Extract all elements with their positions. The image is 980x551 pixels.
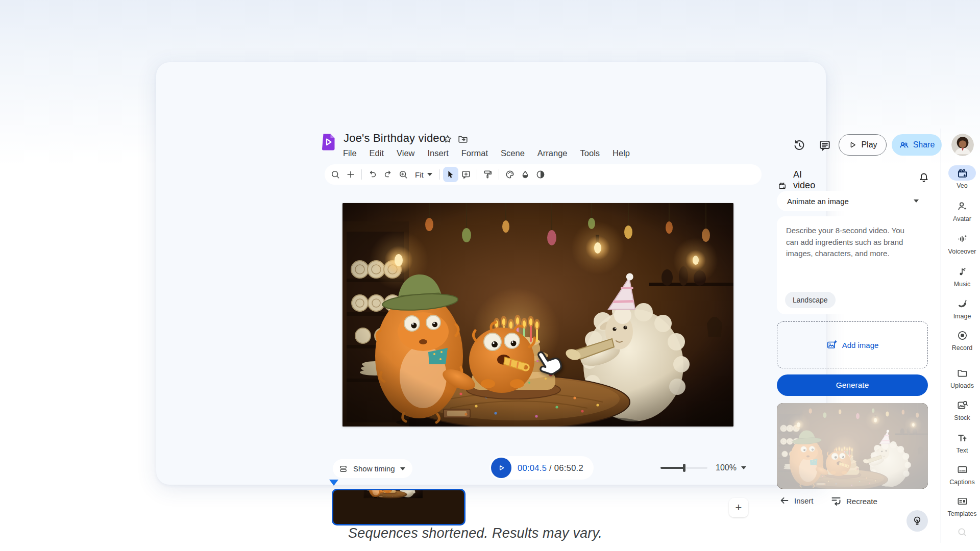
sidebar-item-stock[interactable]: Stock	[941, 397, 980, 421]
menu-arrange[interactable]: Arrange	[537, 148, 568, 158]
zoom-level-dropdown[interactable]: 100%	[716, 463, 746, 472]
palette-icon	[505, 169, 515, 180]
share-label: Share	[913, 140, 935, 149]
show-timing-label: Show timing	[353, 464, 395, 473]
add-image-button[interactable]: Add image	[777, 321, 928, 368]
fit-zoom-dropdown[interactable]: Fit	[411, 167, 436, 182]
total-time: 06:50.2	[554, 463, 583, 472]
chevron-down-icon	[741, 466, 746, 469]
toolbar-fill-color-button[interactable]	[518, 167, 533, 182]
menu-help[interactable]: Help	[612, 148, 630, 158]
sidebar-label: Templates	[941, 510, 980, 517]
toolbar-undo-button[interactable]	[365, 167, 380, 182]
star-icon	[442, 134, 453, 145]
toolbar-theme-colors-button[interactable]	[502, 167, 518, 182]
undo-icon	[368, 169, 378, 180]
app-window: Joe's Birthday video File Edit View Inse…	[156, 62, 826, 485]
sidebar-item-voiceover[interactable]: Voiceover	[941, 231, 980, 255]
playback-pill: 00:04.5 / 06:50.2	[489, 456, 594, 480]
bell-icon	[918, 171, 930, 184]
add-scene-button[interactable]: +	[729, 498, 748, 517]
video-canvas[interactable]	[342, 203, 733, 427]
notifications-button[interactable]	[918, 171, 930, 184]
sidebar-item-music[interactable]: Music	[941, 264, 980, 288]
toolbar-redo-button[interactable]	[380, 167, 396, 182]
text-icon	[957, 432, 968, 444]
toolbar-separator	[361, 169, 362, 180]
contrast-circle-icon	[535, 169, 546, 180]
play-icon	[497, 464, 505, 472]
move-folder-icon	[457, 134, 469, 145]
add-comment-icon	[461, 169, 471, 180]
document-title[interactable]: Joe's Birthday video	[344, 132, 446, 145]
sidebar-label: Stock	[941, 414, 980, 421]
current-time: 00:04.5	[518, 463, 547, 472]
slider-handle[interactable]	[683, 464, 685, 472]
show-timing-dropdown[interactable]: Show timing	[333, 459, 412, 478]
timeline-play-button[interactable]	[491, 458, 511, 478]
chevron-down-icon	[427, 173, 432, 176]
menu-view[interactable]: View	[397, 148, 414, 158]
history-icon	[793, 139, 806, 152]
sidebar-item-templates[interactable]: Templates	[941, 493, 980, 517]
menu-scene[interactable]: Scene	[501, 148, 525, 158]
sidebar-item-image[interactable]: Image	[941, 296, 980, 320]
sidebar-label: Voiceover	[941, 248, 980, 255]
toolbar-add-comment-button[interactable]	[458, 167, 474, 182]
move-to-folder-button[interactable]	[457, 134, 469, 145]
sidebar-label: Music	[941, 281, 980, 288]
menu-tools[interactable]: Tools	[580, 148, 600, 158]
cursor-icon	[446, 169, 456, 180]
banana-sparkle-icon	[957, 298, 968, 310]
sidebar-item-avatar[interactable]: Avatar	[941, 198, 980, 222]
more-tool-icon	[957, 527, 968, 538]
toolbar-add-button[interactable]	[343, 167, 358, 182]
sidebar-item-text[interactable]: Text	[941, 430, 980, 454]
prompt-field-container: Landscape	[777, 216, 928, 314]
comment-icon	[818, 139, 831, 152]
menu-format[interactable]: Format	[461, 148, 488, 158]
toolbar-paint-format-button[interactable]	[480, 167, 496, 182]
menu-insert[interactable]: Insert	[428, 148, 449, 158]
play-label: Play	[861, 140, 877, 149]
sidebar-item-uploads[interactable]: Uploads	[941, 365, 980, 389]
toolbar-select-tool[interactable]	[443, 167, 458, 182]
voiceover-icon	[957, 233, 968, 245]
vids-logo[interactable]	[322, 134, 335, 151]
add-image-icon	[826, 339, 838, 350]
toolbar-zoom-button[interactable]	[396, 167, 411, 182]
aspect-ratio-chip[interactable]: Landscape	[785, 292, 836, 308]
timecode-display: 00:04.5 / 06:50.2	[518, 463, 583, 473]
play-button[interactable]: Play	[839, 134, 887, 156]
lightbulb-icon	[912, 515, 923, 527]
sidebar-label: Veo	[941, 182, 980, 189]
demo-caption: Sequences shortened. Results may vary.	[0, 525, 950, 541]
search-icon	[330, 169, 340, 180]
captions-icon	[957, 464, 968, 475]
insert-button[interactable]: Insert	[779, 495, 814, 506]
sidebar-label: Captions	[941, 479, 980, 486]
toolbar-separator	[477, 169, 477, 180]
clip-thumbnail-art	[333, 490, 464, 524]
version-history-button[interactable]	[793, 139, 806, 152]
comments-button[interactable]	[818, 139, 831, 152]
toolbar-separator	[439, 169, 440, 180]
mode-select-dropdown[interactable]: Animate an image	[777, 191, 928, 211]
slider-track-filled	[660, 467, 684, 469]
people-icon	[899, 140, 909, 150]
timeline-playhead[interactable]	[329, 480, 338, 486]
menu-file[interactable]: File	[343, 148, 357, 158]
sidebar-item-record[interactable]: Record	[941, 328, 980, 352]
generated-preview-thumbnail[interactable]	[777, 403, 928, 489]
sidebar-item-captions[interactable]: Captions	[941, 462, 980, 486]
share-button[interactable]: Share	[892, 134, 942, 156]
timeline-zoom-slider[interactable]	[660, 464, 707, 472]
toolbar-search-button[interactable]	[328, 167, 343, 182]
timeline-clip[interactable]	[332, 489, 465, 525]
generate-button[interactable]: Generate	[777, 374, 928, 396]
toolbar-opacity-button[interactable]	[533, 167, 548, 182]
star-button[interactable]	[442, 134, 453, 145]
recreate-button[interactable]: Recreate	[830, 495, 877, 507]
sidebar-item-veo[interactable]: Veo	[941, 165, 980, 189]
menu-edit[interactable]: Edit	[370, 148, 384, 158]
